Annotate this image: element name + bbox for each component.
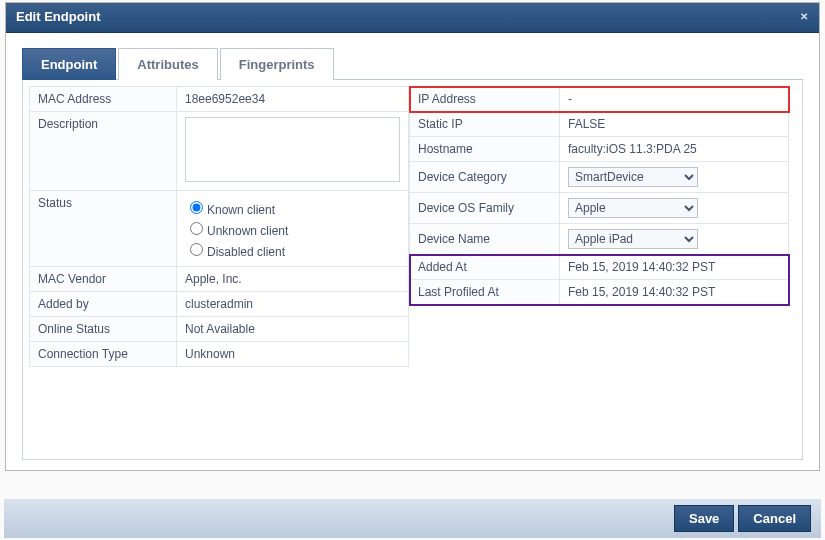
status-known-label: Known client — [207, 203, 275, 217]
status-unknown-radio[interactable] — [190, 222, 203, 235]
ip-address-row: IP Address - — [410, 87, 789, 112]
device-name-label: Device Name — [410, 224, 560, 255]
ip-address-label: IP Address — [410, 87, 560, 112]
hostname-value: faculty:iOS 11.3:PDA 25 — [560, 137, 789, 162]
status-radio-group: Known client Unknown client Disabled cli… — [185, 198, 400, 259]
device-os-label: Device OS Family — [410, 193, 560, 224]
mac-vendor-label: MAC Vendor — [30, 267, 177, 292]
device-name-cell: Apple iPad — [560, 224, 789, 255]
last-profiled-value: Feb 15, 2019 14:40:32 PST — [560, 280, 789, 305]
tab-fingerprints[interactable]: Fingerprints — [220, 48, 334, 80]
tab-attributes[interactable]: Attributes — [118, 48, 217, 80]
last-profiled-label: Last Profiled At — [410, 280, 560, 305]
close-icon[interactable]: ✕ — [799, 12, 809, 22]
description-label: Description — [30, 112, 177, 191]
left-column: MAC Address 18ee6952ee34 Description Sta… — [29, 86, 409, 367]
hostname-label: Hostname — [410, 137, 560, 162]
mac-address-value: 18ee6952ee34 — [177, 87, 409, 112]
device-os-cell: Apple — [560, 193, 789, 224]
save-button[interactable]: Save — [674, 505, 734, 532]
connection-type-value: Unknown — [177, 342, 409, 367]
form-columns: MAC Address 18ee6952ee34 Description Sta… — [29, 86, 796, 367]
status-disabled-radio[interactable] — [190, 243, 203, 256]
device-category-cell: SmartDevice — [560, 162, 789, 193]
static-ip-value: FALSE — [560, 112, 789, 137]
dialog-title: Edit Endpoint — [16, 9, 100, 24]
cancel-button[interactable]: Cancel — [738, 505, 811, 532]
added-by-value: clusteradmin — [177, 292, 409, 317]
status-disabled-label: Disabled client — [207, 245, 285, 259]
online-status-label: Online Status — [30, 317, 177, 342]
tab-bar: Endpoint Attributes Fingerprints — [22, 47, 803, 80]
left-form-table: MAC Address 18ee6952ee34 Description Sta… — [29, 86, 409, 367]
description-input[interactable] — [185, 117, 400, 182]
status-unknown-label: Unknown client — [207, 224, 288, 238]
ip-address-value: - — [560, 87, 789, 112]
added-at-value: Feb 15, 2019 14:40:32 PST — [560, 255, 789, 280]
status-disabled-option[interactable]: Disabled client — [185, 240, 400, 259]
description-cell — [177, 112, 409, 191]
dialog-title-bar: Edit Endpoint ✕ — [6, 3, 819, 33]
status-known-radio[interactable] — [190, 201, 203, 214]
added-at-label: Added At — [410, 255, 560, 280]
status-known-option[interactable]: Known client — [185, 198, 400, 217]
static-ip-label: Static IP — [410, 112, 560, 137]
dialog-footer: Save Cancel — [4, 499, 821, 538]
device-category-select[interactable]: SmartDevice — [568, 167, 698, 187]
status-unknown-option[interactable]: Unknown client — [185, 219, 400, 238]
right-form-table: IP Address - Static IP FALSE Hostname fa… — [409, 86, 789, 305]
edit-endpoint-dialog: Edit Endpoint ✕ Endpoint Attributes Fing… — [5, 2, 820, 471]
timestamps-group: Added At Feb 15, 2019 14:40:32 PST Last … — [410, 255, 789, 305]
mac-address-label: MAC Address — [30, 87, 177, 112]
connection-type-label: Connection Type — [30, 342, 177, 367]
right-column: IP Address - Static IP FALSE Hostname fa… — [409, 86, 796, 367]
tab-endpoint[interactable]: Endpoint — [22, 48, 116, 80]
device-os-select[interactable]: Apple — [568, 198, 698, 218]
mac-vendor-value: Apple, Inc. — [177, 267, 409, 292]
status-cell: Known client Unknown client Disabled cli… — [177, 191, 409, 267]
status-label: Status — [30, 191, 177, 267]
online-status-value: Not Available — [177, 317, 409, 342]
device-category-label: Device Category — [410, 162, 560, 193]
added-by-label: Added by — [30, 292, 177, 317]
dialog-body: Endpoint Attributes Fingerprints MAC Add… — [6, 33, 819, 470]
tab-content: MAC Address 18ee6952ee34 Description Sta… — [22, 80, 803, 460]
device-name-select[interactable]: Apple iPad — [568, 229, 698, 249]
